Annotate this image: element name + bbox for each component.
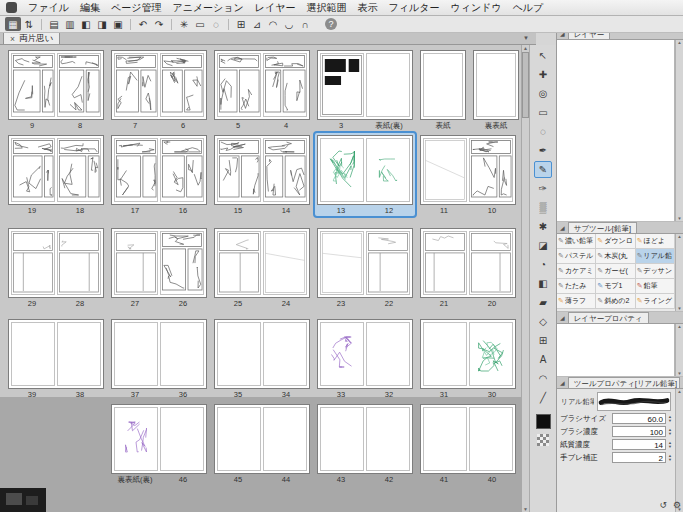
- slider-stepper[interactable]: ▲▼: [668, 441, 672, 449]
- subtool-panel-scrollbar[interactable]: ▲ ▼: [675, 234, 683, 311]
- blend-tool[interactable]: ◔: [534, 256, 552, 273]
- panel-collapse-icon[interactable]: ◢: [560, 224, 565, 233]
- scroll-up-icon[interactable]: ▲: [677, 40, 681, 45]
- spread-21-20[interactable]: 2120: [418, 226, 518, 309]
- snap-special-button[interactable]: ∩: [297, 17, 313, 31]
- flip-right-button[interactable]: ◨: [94, 17, 110, 31]
- subtool-detail-icon[interactable]: ⚙: [673, 500, 681, 510]
- reset-all-settings-icon[interactable]: ↺: [659, 500, 667, 510]
- decoration-tool[interactable]: ✱: [534, 218, 552, 235]
- move-tool[interactable]: ✚: [534, 66, 552, 83]
- slider-value-field[interactable]: 60.0: [612, 413, 666, 424]
- pencil-tool[interactable]: ✎: [534, 161, 552, 178]
- spread-41-40[interactable]: 4140: [418, 402, 518, 485]
- spread-19-18[interactable]: 1918: [6, 133, 106, 216]
- subtool-item-0[interactable]: ✎濃い鉛筆: [557, 234, 596, 249]
- figure-tool[interactable]: ◇: [534, 313, 552, 330]
- spread-15-14[interactable]: 1514: [212, 133, 312, 216]
- page-表紙[interactable]: 表紙: [418, 48, 468, 131]
- menu-item-3[interactable]: アニメーション: [172, 1, 243, 15]
- brush-tool[interactable]: ✑: [534, 180, 552, 197]
- frame-border-tool[interactable]: ⊞: [534, 332, 552, 349]
- lasso-select-tool[interactable]: ◌: [534, 123, 552, 140]
- spread-23-22[interactable]: 2322: [315, 226, 415, 309]
- main-vertical-scrollbar[interactable]: ▲ ▼: [521, 45, 529, 512]
- ruler-button[interactable]: ⊿: [249, 17, 265, 31]
- gradient-tool[interactable]: ▰: [534, 294, 552, 311]
- navigator-preview[interactable]: [0, 488, 46, 512]
- menu-item-6[interactable]: 表示: [358, 1, 378, 15]
- scroll-up-icon[interactable]: ▲: [677, 389, 681, 394]
- scroll-down-icon[interactable]: ▼: [523, 506, 528, 512]
- spread-27-26[interactable]: 2726: [109, 226, 209, 309]
- transform-button[interactable]: ✳: [176, 17, 192, 31]
- page-spinner[interactable]: ⇅: [21, 17, 37, 31]
- redo-button[interactable]: ↷: [151, 17, 167, 31]
- menu-item-7[interactable]: フィルター: [389, 1, 440, 15]
- spread-3-表紙(裏)[interactable]: 3表紙(裏): [315, 48, 415, 131]
- add-page-button[interactable]: ▥: [62, 17, 78, 31]
- subtool-item-14[interactable]: ✎ライング: [636, 294, 675, 309]
- spread-43-42[interactable]: 4342: [315, 402, 415, 485]
- spread-裏表紙(裏)-46[interactable]: 裏表紙(裏)46: [109, 402, 209, 485]
- balloon-tool[interactable]: ◠: [534, 370, 552, 387]
- fill-tool[interactable]: ◧: [534, 275, 552, 292]
- subtool-item-12[interactable]: ✎薄ラフ: [557, 294, 596, 309]
- layer-list[interactable]: [557, 40, 675, 221]
- spread-5-4[interactable]: 54: [212, 48, 312, 131]
- scroll-up-icon[interactable]: ▲: [677, 324, 681, 329]
- spread-13-12[interactable]: 1312: [315, 133, 415, 216]
- subtool-item-7[interactable]: ✎ガーゼ(: [596, 264, 635, 279]
- scroll-thumb[interactable]: [522, 52, 529, 118]
- undo-button[interactable]: ↶: [135, 17, 151, 31]
- spread-37-36[interactable]: 3736: [109, 317, 209, 400]
- subtool-item-10[interactable]: ✎モブ1: [596, 279, 635, 294]
- spread-17-16[interactable]: 1716: [109, 133, 209, 216]
- spread-45-44[interactable]: 4544: [212, 402, 312, 485]
- menu-item-5[interactable]: 選択範囲: [307, 1, 347, 15]
- slider-stepper[interactable]: ▲▼: [668, 415, 672, 423]
- stepper-down-icon[interactable]: ▼: [668, 458, 672, 462]
- deselect-button[interactable]: ◌: [208, 17, 224, 31]
- flip-left-button[interactable]: ◧: [78, 17, 94, 31]
- subtool-item-6[interactable]: ✎カケアミ: [557, 264, 596, 279]
- text-tool[interactable]: A: [534, 351, 552, 368]
- transparent-color-swatch[interactable]: [537, 434, 549, 446]
- spread-7-6[interactable]: 76: [109, 48, 209, 131]
- menu-item-4[interactable]: レイヤー: [255, 1, 296, 15]
- spread-35-34[interactable]: 3534: [212, 317, 312, 400]
- select-rect-button[interactable]: ▭: [192, 17, 208, 31]
- subtool-item-4[interactable]: ✎木炭(丸: [596, 249, 635, 264]
- subtool-item-1[interactable]: ✎ダウンロ: [596, 234, 635, 249]
- panel-collapse-icon[interactable]: ◢: [560, 314, 565, 323]
- spread-25-24[interactable]: 2524: [212, 226, 312, 309]
- zoom-tool[interactable]: ◎: [534, 85, 552, 102]
- save-button[interactable]: ▣: [110, 17, 126, 31]
- slider-value-field[interactable]: 2: [612, 452, 666, 463]
- pen-tool[interactable]: ✒: [534, 142, 552, 159]
- line-correction-tool[interactable]: ╱: [534, 389, 552, 406]
- subtool-item-13[interactable]: ✎斜めの2: [596, 294, 635, 309]
- subtool-item-8[interactable]: ✎デッサン: [636, 264, 675, 279]
- slider-value-field[interactable]: 14: [612, 439, 666, 450]
- page-manager-view-button[interactable]: ▦: [5, 17, 21, 31]
- stepper-down-icon[interactable]: ▼: [668, 445, 672, 449]
- stepper-down-icon[interactable]: ▼: [668, 419, 672, 423]
- menu-item-1[interactable]: 編集: [80, 1, 100, 15]
- new-page-button[interactable]: ▤: [46, 17, 62, 31]
- subtool-item-5[interactable]: ✎リアル鉛: [636, 249, 675, 264]
- layer-property-scrollbar[interactable]: ▲ ▼: [675, 324, 683, 376]
- operation-tool[interactable]: ↖: [534, 47, 552, 64]
- document-tab[interactable]: × 両片思い: [3, 32, 60, 44]
- airbrush-tool[interactable]: ▒: [534, 199, 552, 216]
- menu-item-2[interactable]: ページ管理: [111, 1, 161, 15]
- grid-button[interactable]: ⊞: [233, 17, 249, 31]
- snap-ruler-button[interactable]: ◠: [265, 17, 281, 31]
- slider-value-field[interactable]: 100: [612, 426, 666, 437]
- subtool-item-9[interactable]: ✎たたみ: [557, 279, 596, 294]
- subtool-item-2[interactable]: ✎ほどよ: [636, 234, 675, 249]
- spread-11-10[interactable]: 1110: [418, 133, 518, 216]
- panel-collapse-icon[interactable]: ◢: [560, 379, 565, 388]
- tool-property-panel-tab[interactable]: ツールプロパティ[リアル鉛筆]: [568, 377, 680, 388]
- eraser-tool[interactable]: ◪: [534, 237, 552, 254]
